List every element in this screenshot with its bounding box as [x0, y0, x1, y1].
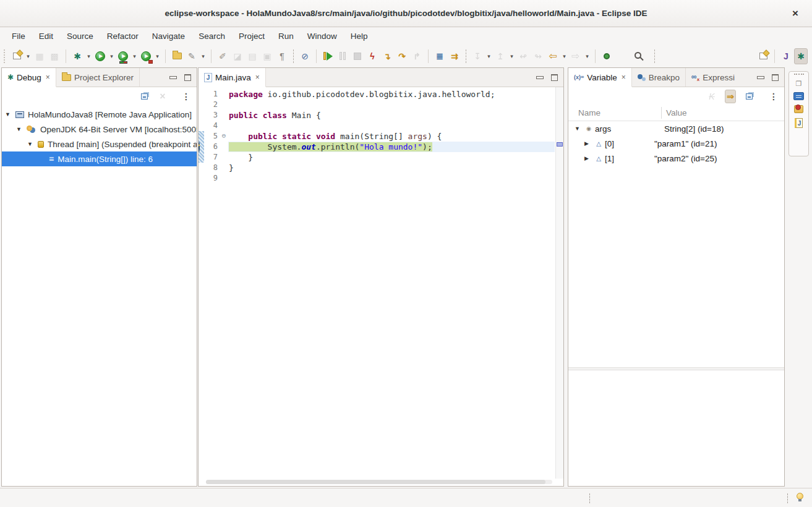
annotation-ruler-method-range[interactable]: [199, 142, 204, 152]
debug-button[interactable]: ✱: [71, 48, 84, 64]
next-annotation-dropdown[interactable]: ▾: [485, 48, 493, 64]
detail-pane-sash[interactable]: [568, 367, 784, 370]
tab-breakpoints[interactable]: Breakpo: [632, 68, 686, 87]
annotation-ruler[interactable]: [199, 163, 204, 173]
expander-icon[interactable]: ▼: [575, 126, 583, 132]
debug-panel-maximize-button[interactable]: [184, 74, 191, 81]
minibar-drag-handle[interactable]: [794, 74, 804, 75]
scrollbar-thumb[interactable]: [206, 480, 545, 484]
code-text[interactable]: public class Main {: [228, 110, 555, 121]
variables-view-menu-button[interactable]: ⋮: [768, 90, 779, 103]
previous-annotation-button[interactable]: ↥: [494, 48, 507, 64]
skip-all-breakpoints-button[interactable]: ⊘: [298, 48, 312, 64]
code-text[interactable]: [228, 121, 555, 131]
step-over-button[interactable]: ↷: [395, 48, 409, 64]
debug-dropdown[interactable]: ▾: [85, 48, 93, 64]
menu-window[interactable]: Window: [301, 29, 344, 43]
annotation-ruler-method-range[interactable]: [199, 152, 204, 163]
resume-button[interactable]: [321, 48, 335, 64]
code-editor[interactable]: 1 package io.github.picodotdev.blogbitix…: [199, 87, 563, 486]
external-tools-dropdown[interactable]: ▾: [153, 48, 161, 64]
show-logical-structures-button[interactable]: ⇒: [725, 90, 736, 103]
expander-icon[interactable]: ▼: [5, 111, 12, 117]
show-whitespace-button[interactable]: ¶: [275, 48, 289, 64]
java-perspective-button[interactable]: J: [779, 48, 793, 64]
open-perspective-button[interactable]: [756, 48, 770, 64]
annotation-ruler[interactable]: [199, 100, 204, 110]
editor-maximize-button[interactable]: [551, 74, 558, 81]
external-tools-button[interactable]: ▶: [139, 48, 153, 64]
expander-icon[interactable]: ▼: [16, 126, 23, 132]
coverage-dropdown[interactable]: ▾: [130, 48, 139, 64]
next-annotation-button[interactable]: ↧: [471, 48, 484, 64]
menu-help[interactable]: Help: [344, 29, 375, 43]
editor-tab-close-icon[interactable]: ×: [255, 73, 260, 82]
menu-navigate[interactable]: Navigate: [145, 29, 192, 43]
expander-icon[interactable]: ▶: [584, 140, 592, 147]
breakpoint-instruction-pointer-icon[interactable]: [199, 142, 200, 152]
variable-row[interactable]: ▼ ◉ args String[2] (id=18): [568, 121, 784, 136]
problems-view-icon[interactable]: [794, 105, 803, 113]
suspend-button[interactable]: [336, 48, 349, 64]
fold-collapse-icon[interactable]: ⊖: [220, 131, 228, 142]
variable-row[interactable]: ▶ △ [1] "param2" (id=25): [568, 151, 784, 166]
clear-markers-button[interactable]: ◪: [231, 48, 244, 64]
coverage-button[interactable]: ▶: [116, 48, 130, 64]
debug-view-menu-button[interactable]: ⋮: [181, 90, 192, 103]
remove-all-terminated-button[interactable]: ×: [157, 90, 168, 103]
next-edit-location-button[interactable]: ↬: [531, 48, 545, 64]
code-text[interactable]: package io.github.picodotdev.blogbitix.j…: [228, 89, 555, 100]
tree-item-thread[interactable]: ▼ Thread [main] (Suspended (breakpoint a…: [2, 137, 197, 151]
terminate-button[interactable]: [351, 48, 364, 64]
new-wizard-dropdown[interactable]: ▾: [24, 48, 32, 64]
code-text[interactable]: }: [228, 163, 555, 173]
console-view-icon[interactable]: [793, 92, 804, 100]
menu-source[interactable]: Source: [60, 29, 100, 43]
forward-dropdown[interactable]: ▾: [583, 48, 591, 64]
previous-annotation-dropdown[interactable]: ▾: [508, 48, 516, 64]
debug-perspective-button[interactable]: ✱: [794, 48, 808, 64]
tree-item-launch[interactable]: ▼ HolaMundoJava8 [Remote Java Applicatio…: [2, 107, 197, 122]
debug-panel-minimize-button[interactable]: [169, 76, 177, 79]
new-wizard-button[interactable]: [10, 48, 24, 64]
menu-run[interactable]: Run: [271, 29, 301, 43]
tab-variables[interactable]: (x)= Variable ×: [568, 68, 632, 87]
annotation-ruler-method-range[interactable]: [199, 131, 204, 142]
run-button[interactable]: ▶: [93, 48, 107, 64]
editor-horizontal-scrollbar[interactable]: [206, 480, 552, 484]
tab-expressions[interactable]: ∞x Expressi: [686, 68, 740, 87]
expander-icon[interactable]: ▼: [27, 141, 34, 147]
show-type-names-button[interactable]: K: [706, 90, 717, 103]
search-button[interactable]: [631, 48, 645, 64]
pin-editor-button[interactable]: [600, 48, 613, 64]
annotation-ruler[interactable]: [199, 173, 204, 184]
tips-lightbulb-icon[interactable]: [797, 493, 803, 500]
tab-main-java[interactable]: J Main.java ×: [199, 68, 266, 87]
code-text[interactable]: [228, 100, 555, 110]
forward-button[interactable]: ⇨: [569, 48, 583, 64]
save-all-button[interactable]: ▩: [48, 48, 61, 64]
step-return-button[interactable]: ↱: [410, 48, 424, 64]
back-dropdown[interactable]: ▾: [560, 48, 568, 64]
menu-search[interactable]: Search: [192, 29, 232, 43]
expander-icon[interactable]: ▶: [584, 155, 592, 161]
code-text[interactable]: }: [228, 152, 555, 163]
mark-occurrences-button[interactable]: ✐: [216, 48, 229, 64]
variable-row[interactable]: ▶ △ [0] "param1" (id=21): [568, 136, 784, 151]
annotation-ruler[interactable]: [199, 89, 204, 100]
variables-panel-minimize-button[interactable]: [757, 76, 764, 79]
variables-collapse-all-button[interactable]: [743, 90, 754, 103]
step-into-button[interactable]: ↴: [380, 48, 394, 64]
disconnect-button[interactable]: ϟ: [365, 48, 379, 64]
drop-to-frame-button[interactable]: ≣: [433, 48, 447, 64]
tree-item-jvm[interactable]: ▼ OpenJDK 64-Bit Server VM [localhost:50…: [2, 122, 197, 137]
overview-ruler[interactable]: [555, 87, 563, 479]
overview-current-line-marker[interactable]: [557, 142, 563, 147]
save-button[interactable]: ▦: [33, 48, 46, 64]
code-text[interactable]: System.out.println("Hola mundo!");: [228, 142, 555, 152]
javadoc-view-icon[interactable]: J: [795, 118, 803, 128]
restore-views-icon[interactable]: ❐: [796, 80, 802, 87]
code-text[interactable]: public static void main(String[] args) {: [228, 131, 555, 142]
show-source-button[interactable]: ▣: [260, 48, 274, 64]
annotation-ruler[interactable]: [199, 121, 204, 131]
